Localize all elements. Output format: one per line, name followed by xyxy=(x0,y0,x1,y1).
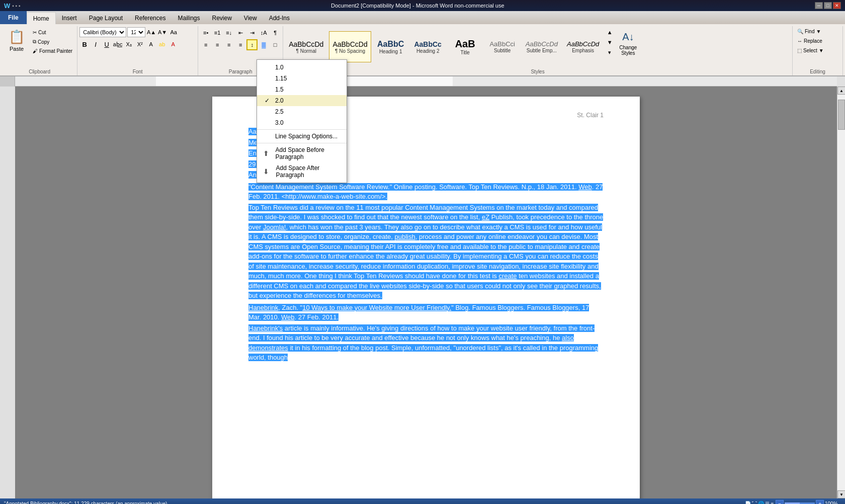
spacing-option-2[interactable]: ✓ 2.0 xyxy=(257,95,347,106)
selected-para2: Hanebrink's article is mainly informativ… xyxy=(248,324,598,362)
zoom-in-button[interactable]: + xyxy=(816,500,824,505)
title-style-preview: AaB xyxy=(455,38,475,50)
superscript-button[interactable]: X² xyxy=(135,39,145,49)
change-styles-button[interactable]: A↓ Change Styles xyxy=(617,29,639,65)
shading-button[interactable]: ▓ xyxy=(258,39,269,50)
tab-view[interactable]: View xyxy=(238,12,263,24)
style-subtitle[interactable]: AaBbCci Subtitle xyxy=(485,31,520,62)
bullets-button[interactable]: ≡• xyxy=(200,27,211,38)
emphasis-style-label: Emphasis xyxy=(572,48,594,53)
full-screen-icon[interactable]: ⛶ xyxy=(752,501,757,505)
selected-citation1: "Content Management System Software Revi… xyxy=(248,183,603,201)
minimize-button[interactable]: ─ xyxy=(815,2,823,9)
tab-references[interactable]: References xyxy=(129,12,172,24)
italic-button[interactable]: I xyxy=(91,39,101,49)
decrease-indent-button[interactable]: ⇤ xyxy=(235,27,246,38)
tab-insert[interactable]: Insert xyxy=(56,12,83,24)
spacing-option-15[interactable]: 1.5 xyxy=(257,84,347,95)
styles-scroll-up[interactable]: ▲ xyxy=(605,27,615,37)
scroll-up-button[interactable]: ▲ xyxy=(837,87,845,95)
vertical-scrollbar[interactable]: ▲ ▼ xyxy=(837,87,845,498)
align-center-button[interactable]: ≡ xyxy=(212,39,223,50)
line-spacing-button[interactable]: ↕ xyxy=(246,39,258,50)
normal-style-label: ¶ Normal xyxy=(296,48,316,54)
tab-file[interactable]: File xyxy=(0,11,27,24)
numbering-button[interactable]: ≡1 xyxy=(212,27,223,38)
spacing-options-label: Line Spacing Options... xyxy=(275,133,337,140)
multilevel-list-button[interactable]: ≡↓ xyxy=(223,27,234,38)
spacing-check-2: ✓ xyxy=(263,97,271,104)
tab-review[interactable]: Review xyxy=(206,12,237,24)
border-button[interactable]: □ xyxy=(270,39,281,50)
style-emphasis[interactable]: AaBbCcDd Emphasis xyxy=(563,31,603,62)
vertical-ruler-marks xyxy=(0,87,15,498)
style-nospacing[interactable]: AaBbCcDd ¶ No Spacing xyxy=(329,31,371,62)
align-left-button[interactable]: ≡ xyxy=(200,39,211,50)
copy-button[interactable]: ⧉ Copy xyxy=(30,37,75,46)
replace-icon: ↔ xyxy=(797,38,802,44)
paste-label: Paste xyxy=(10,46,24,52)
decrease-font-button[interactable]: A▼ xyxy=(157,27,167,37)
font-label: Font xyxy=(77,69,198,74)
clear-format-button[interactable]: Aa xyxy=(168,27,179,37)
find-button[interactable]: 🔍 Find ▼ xyxy=(795,27,823,36)
cut-button[interactable]: ✂ Cut xyxy=(30,28,75,37)
nospacing-style-label: ¶ No Spacing xyxy=(335,48,365,54)
spacing-option-25[interactable]: 2.5 xyxy=(257,106,347,117)
zoom-out-button[interactable]: − xyxy=(776,500,784,505)
outline-icon[interactable]: ☰ xyxy=(765,501,770,505)
scroll-down-button[interactable]: ▼ xyxy=(837,490,845,498)
tab-add-ins[interactable]: Add-Ins xyxy=(263,12,296,24)
spacing-options-link[interactable]: Line Spacing Options... xyxy=(257,131,347,142)
web-layout-icon[interactable]: 🌐 xyxy=(758,501,764,505)
subscript-button[interactable]: X₂ xyxy=(124,39,134,49)
underline-button[interactable]: U xyxy=(102,39,112,49)
maximize-button[interactable]: □ xyxy=(824,2,832,9)
h1-style-preview: AaBbC xyxy=(377,40,404,49)
spacing-option-3[interactable]: 3.0 xyxy=(257,117,347,128)
sort-button[interactable]: ↕A xyxy=(258,27,269,38)
increase-indent-button[interactable]: ⇥ xyxy=(246,27,258,38)
style-heading1[interactable]: AaBbC Heading 1 xyxy=(373,31,408,62)
styles-scroll-down[interactable]: ▼ xyxy=(605,37,615,47)
draft-icon[interactable]: ≡ xyxy=(771,501,774,505)
add-space-after-button[interactable]: ⬇ Add Space After Paragraph xyxy=(257,162,347,181)
subtitle-style-label: Subtitle xyxy=(494,48,511,53)
format-painter-button[interactable]: 🖌 Format Painter xyxy=(30,47,75,55)
title-bar: W ▪ ▪ ▪ Document2 [Compatibility Mode] -… xyxy=(0,0,845,11)
strikethrough-button[interactable]: ab͟c xyxy=(113,39,123,49)
font-size-select[interactable]: 12 xyxy=(127,27,145,37)
replace-button[interactable]: ↔ Replace xyxy=(795,37,825,45)
text-effects-button[interactable]: A xyxy=(146,39,156,49)
bold-button[interactable]: B xyxy=(79,39,90,49)
align-right-button[interactable]: ≡ xyxy=(223,39,234,50)
increase-font-button[interactable]: A▲ xyxy=(146,27,156,37)
document-scroll-area[interactable]: St. Clair 1 Aaron St. Clair Megan McSwai… xyxy=(15,87,837,498)
tab-home[interactable]: Home xyxy=(27,12,56,24)
select-button[interactable]: ⬚ Select ▼ xyxy=(795,46,826,55)
style-heading2[interactable]: AaBbCc Heading 2 xyxy=(410,31,446,62)
style-title[interactable]: AaB Title xyxy=(448,31,483,62)
paste-button[interactable]: 📋 Paste xyxy=(4,27,29,53)
add-space-before-button[interactable]: ⬆ Add Space Before Paragraph xyxy=(257,144,347,162)
style-subtle-emphasis[interactable]: AaBbCcDd Subtle Emp... xyxy=(522,31,561,62)
find-dropdown-icon: ▼ xyxy=(816,29,821,34)
font-name-select[interactable]: Calibri (Body) xyxy=(79,27,126,37)
spacing-option-1[interactable]: 1.0 xyxy=(257,62,347,73)
styles-more-button[interactable]: ▾ xyxy=(605,47,615,57)
show-hide-button[interactable]: ¶ xyxy=(270,27,281,38)
tab-page-layout[interactable]: Page Layout xyxy=(83,12,129,24)
scroll-thumb[interactable] xyxy=(838,100,845,130)
spacing-value-115: 1.15 xyxy=(275,75,287,82)
justify-button[interactable]: ≡ xyxy=(235,39,246,50)
spacing-option-115[interactable]: 1.15 xyxy=(257,73,347,84)
highlight-button[interactable]: ab xyxy=(157,39,167,49)
normal-style-preview: AaBbCcDd xyxy=(289,40,323,48)
print-layout-icon[interactable]: 📄 xyxy=(745,501,751,505)
spacing-divider-1 xyxy=(257,129,347,130)
style-normal[interactable]: AaBbCcDd ¶ Normal xyxy=(285,31,327,62)
page-number: St. Clair 1 xyxy=(577,112,604,119)
close-button[interactable]: ✕ xyxy=(833,2,841,9)
font-color-button[interactable]: A xyxy=(168,39,178,49)
tab-mailings[interactable]: Mailings xyxy=(172,12,206,24)
